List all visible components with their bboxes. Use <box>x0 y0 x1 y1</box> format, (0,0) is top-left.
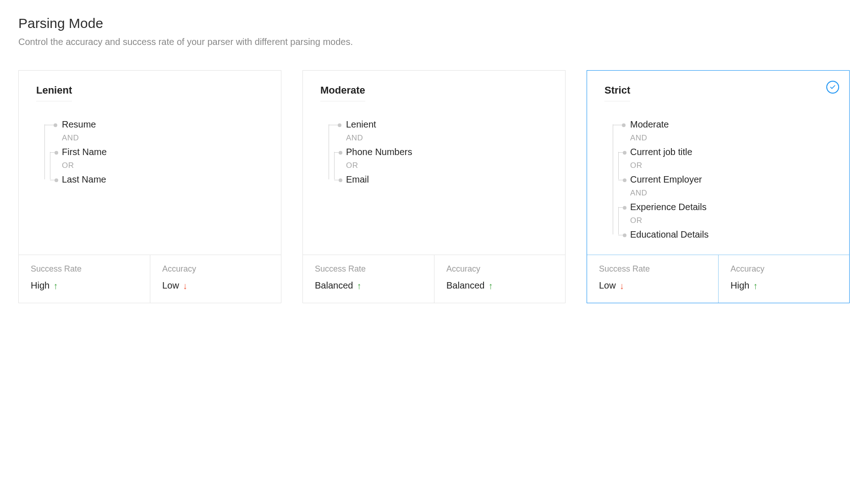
operator-label: AND <box>62 133 264 143</box>
arrow-up-icon: ↑ <box>53 281 58 290</box>
criteria-node: First Name <box>36 145 264 158</box>
criteria-node: Last Name <box>36 173 264 186</box>
card-footer: Success RateHigh↑AccuracyLow↓ <box>19 255 281 303</box>
criteria-label: First Name <box>62 145 264 158</box>
metric-success-rate: Success RateBalanced↑ <box>303 255 434 303</box>
metric-value-text: High <box>731 280 749 291</box>
criteria-operator: AND <box>604 189 832 198</box>
criteria-node: Resume <box>36 118 264 131</box>
criteria-subgroup: Phone NumbersOREmail <box>320 145 548 186</box>
criteria-label: Email <box>346 173 548 186</box>
operator-label: AND <box>630 189 832 198</box>
criteria-operator: OR <box>604 216 832 225</box>
criteria-label: Current Employer <box>630 173 832 186</box>
criteria-tree: ModerateANDCurrent job titleORCurrent Em… <box>604 118 832 241</box>
criteria-operator: OR <box>36 161 264 170</box>
metric-value-text: Balanced <box>446 280 484 291</box>
card-body: StrictModerateANDCurrent job titleORCurr… <box>587 71 849 255</box>
criteria-node: Lenient <box>320 118 548 131</box>
criteria-operator: AND <box>604 133 832 143</box>
mode-card-moderate[interactable]: ModerateLenientANDPhone NumbersOREmailSu… <box>302 70 566 303</box>
metric-value: Balanced↑ <box>315 280 422 291</box>
metric-accuracy: AccuracyHigh↑ <box>718 255 849 303</box>
criteria-node: Moderate <box>604 118 832 131</box>
criteria-label: Resume <box>62 118 264 131</box>
selected-check-icon <box>826 81 839 94</box>
mode-card-strict[interactable]: StrictModerateANDCurrent job titleORCurr… <box>587 70 850 303</box>
page-subtitle: Control the accuracy and success rate of… <box>18 37 850 47</box>
criteria-node: Email <box>320 173 548 186</box>
metric-value-text: High <box>31 280 49 291</box>
criteria-subgroup: Current job titleORCurrent Employer <box>604 145 832 186</box>
metric-accuracy: AccuracyLow↓ <box>150 255 281 303</box>
criteria-label: Educational Details <box>630 228 832 241</box>
criteria-tree: LenientANDPhone NumbersOREmail <box>320 118 548 186</box>
operator-label: OR <box>62 161 264 170</box>
criteria-node: Educational Details <box>604 228 832 241</box>
arrow-up-icon: ↑ <box>753 281 758 290</box>
criteria-label: Lenient <box>346 118 548 131</box>
criteria-label: Phone Numbers <box>346 145 548 158</box>
operator-label: OR <box>346 161 548 170</box>
metric-label: Success Rate <box>599 264 706 274</box>
criteria-label: Last Name <box>62 173 264 186</box>
metric-value-text: Balanced <box>315 280 353 291</box>
metric-success-rate: Success RateHigh↑ <box>19 255 150 303</box>
metric-accuracy: AccuracyBalanced↑ <box>434 255 565 303</box>
mode-title: Strict <box>604 84 630 101</box>
metric-value: Balanced↑ <box>446 280 553 291</box>
operator-label: OR <box>630 161 832 170</box>
criteria-label: Current job title <box>630 145 832 158</box>
mode-title: Lenient <box>36 84 72 101</box>
metric-label: Accuracy <box>162 264 269 274</box>
metric-success-rate: Success RateLow↓ <box>587 255 718 303</box>
criteria-operator: AND <box>320 133 548 143</box>
page-title: Parsing Mode <box>18 16 850 31</box>
arrow-down-icon: ↓ <box>183 281 187 290</box>
arrow-up-icon: ↑ <box>357 281 361 290</box>
card-body: ModerateLenientANDPhone NumbersOREmail <box>303 71 565 255</box>
criteria-subgroup: First NameORLast Name <box>36 145 264 186</box>
metric-label: Success Rate <box>315 264 422 274</box>
arrow-down-icon: ↓ <box>620 281 624 290</box>
criteria-label: Experience Details <box>630 200 832 213</box>
operator-label: OR <box>630 216 832 225</box>
criteria-node: Phone Numbers <box>320 145 548 158</box>
card-footer: Success RateLow↓AccuracyHigh↑ <box>587 255 849 303</box>
criteria-tree: ResumeANDFirst NameORLast Name <box>36 118 264 186</box>
criteria-node: Current Employer <box>604 173 832 186</box>
metric-label: Success Rate <box>31 264 138 274</box>
criteria-node: Experience Details <box>604 200 832 213</box>
arrow-up-icon: ↑ <box>488 281 493 290</box>
criteria-operator: OR <box>604 161 832 170</box>
criteria-subgroup: Experience DetailsOREducational Details <box>604 200 832 241</box>
criteria-operator: OR <box>320 161 548 170</box>
mode-title: Moderate <box>320 84 365 101</box>
metric-value-text: Low <box>162 280 179 291</box>
metric-value: High↑ <box>731 280 837 291</box>
metric-value: High↑ <box>31 280 138 291</box>
card-footer: Success RateBalanced↑AccuracyBalanced↑ <box>303 255 565 303</box>
metric-label: Accuracy <box>446 264 553 274</box>
mode-cards: LenientResumeANDFirst NameORLast NameSuc… <box>18 70 850 303</box>
metric-label: Accuracy <box>731 264 837 274</box>
mode-card-lenient[interactable]: LenientResumeANDFirst NameORLast NameSuc… <box>18 70 281 303</box>
criteria-operator: AND <box>36 133 264 143</box>
criteria-node: Current job title <box>604 145 832 158</box>
card-body: LenientResumeANDFirst NameORLast Name <box>19 71 281 255</box>
operator-label: AND <box>346 133 548 143</box>
metric-value-text: Low <box>599 280 616 291</box>
metric-value: Low↓ <box>162 280 269 291</box>
metric-value: Low↓ <box>599 280 706 291</box>
operator-label: AND <box>630 133 832 143</box>
criteria-label: Moderate <box>630 118 832 131</box>
